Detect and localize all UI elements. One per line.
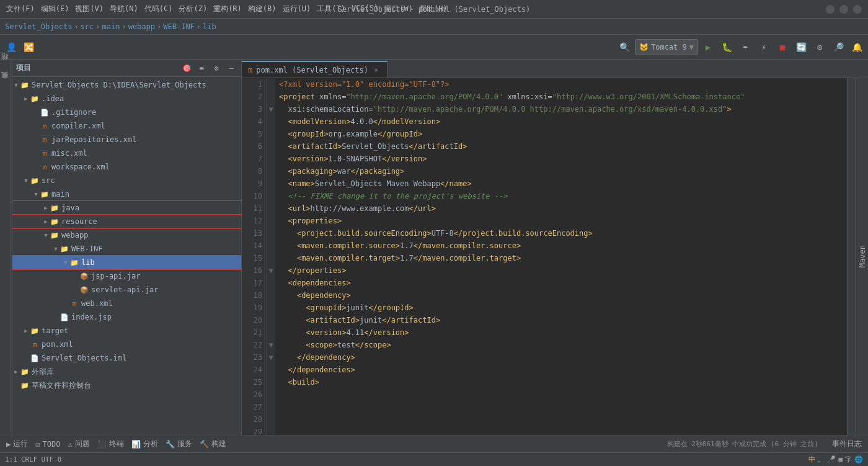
build-icon: 🔨 — [200, 440, 209, 449]
services-btn[interactable]: 🔧 服务 — [166, 439, 192, 449]
tree-item-webxml[interactable]: m web.xml — [12, 297, 241, 310]
fold-indicator-3[interactable]: ▼ — [268, 105, 273, 114]
minimize-button[interactable]: ─ — [826, 5, 835, 14]
scroll-from-source-btn[interactable]: 🎯 — [180, 62, 193, 74]
tree-item-resource[interactable]: ▶ 📁 resource — [12, 215, 241, 228]
maven-panel[interactable]: Maven — [856, 78, 868, 435]
tree-icon-lib: 📁 — [69, 258, 79, 267]
tree-item-gitignore[interactable]: 📄 .gitignore — [12, 105, 241, 119]
menu-view[interactable]: 视图(V) — [75, 4, 104, 14]
tree-item-lib[interactable]: ▼ 📁 lib — [12, 256, 241, 269]
menu-navigate[interactable]: 导航(N) — [110, 4, 138, 14]
tree-label-main: main — [51, 190, 69, 199]
tree-label-target: target — [42, 326, 68, 335]
tree-icon-iml: 📄 — [30, 353, 40, 363]
profile-run-btn[interactable]: ⚡ — [755, 38, 773, 56]
fold-indicator-23[interactable]: ▼ — [268, 353, 273, 362]
tree-item-idea[interactable]: ▶ 📁 .idea — [12, 92, 241, 105]
sys-tray: 中 。 🎤 ▦ 字 🌐 — [808, 455, 863, 464]
fold-indicator-16[interactable]: ▼ — [268, 266, 273, 275]
tree-arrow-main: ▼ — [32, 190, 40, 198]
tree-item-iml[interactable]: 📄 Servlet_Objects.iml — [12, 351, 241, 365]
tree-item-webinf[interactable]: ▼ 📁 WEB-INF — [12, 242, 241, 256]
maximize-button[interactable]: □ — [839, 5, 848, 14]
debug-btn[interactable]: 🐛 — [718, 38, 735, 56]
breadcrumb-item-4[interactable]: WEB-INF — [163, 22, 195, 31]
fold-indicator-22[interactable]: ▼ — [268, 341, 273, 349]
analysis-btn[interactable]: 📊 分析 — [131, 439, 158, 449]
tree-item-main[interactable]: ▼ 📁 main — [12, 187, 241, 201]
settings-btn[interactable]: ⚙ — [811, 38, 828, 56]
run-label: 运行 — [13, 439, 28, 449]
hide-btn[interactable]: — — [225, 62, 237, 74]
ime-indicator: 中 — [808, 455, 815, 464]
close-button[interactable]: ✕ — [853, 5, 862, 14]
breadcrumb-item-3[interactable]: webapp — [128, 22, 155, 31]
gear-btn[interactable]: ⚙ — [210, 62, 223, 74]
tree-arrow-compiler — [32, 122, 40, 130]
tab-close-btn[interactable]: ✕ — [372, 66, 381, 74]
collapse-btn[interactable]: ≡ — [195, 62, 208, 74]
tab-label: pom.xml (Servlet_Objects) — [256, 66, 368, 74]
todo-icon: ☑ — [35, 440, 40, 449]
tree-label-webxml: web.xml — [81, 299, 113, 308]
stop-btn[interactable]: ■ — [774, 38, 791, 56]
tree-arrow-workspace — [32, 163, 40, 171]
tree-item-scratch[interactable]: 📁 草稿文件和控制台 — [12, 379, 241, 392]
breadcrumb-item-0[interactable]: Servlet_Objects — [5, 22, 72, 31]
maven-label[interactable]: Maven — [858, 245, 867, 267]
todo-btn[interactable]: ☑ TODO — [35, 440, 60, 449]
menu-code[interactable]: 代码(C) — [144, 4, 173, 14]
status-charset[interactable]: UTF-8 — [41, 455, 61, 464]
tree-item-java[interactable]: ▶ 📁 java — [12, 201, 241, 215]
code-editor[interactable]: <?xml version="1.0" encoding="UTF-8"?><p… — [275, 78, 847, 435]
project-panel: 项目 🎯 ≡ ⚙ — ▼ 📁 Servlet_Objects D:\IDEA\S… — [12, 60, 242, 435]
status-position[interactable]: 1:1 — [5, 455, 17, 464]
notification-btn[interactable]: 🔔 — [848, 38, 866, 56]
tree-item-pomxml[interactable]: m pom.xml — [12, 338, 241, 351]
build-label: 构建 — [211, 439, 226, 449]
tree-arrow-misc — [32, 150, 40, 157]
tree-item-root[interactable]: ▼ 📁 Servlet_Objects D:\IDEA\Servlet_Obje… — [12, 78, 241, 92]
menu-analyze[interactable]: 分析(Z) — [179, 4, 207, 14]
search-btn[interactable]: 🔎 — [830, 38, 847, 56]
tree-label-pomxml: pom.xml — [42, 340, 73, 349]
status-crlf[interactable]: CRLF — [21, 455, 38, 464]
profile-btn[interactable]: 👤 — [2, 38, 20, 56]
menu-run[interactable]: 运行(U) — [283, 4, 311, 14]
line-numbers: 1234567891011121314151617181920212223242… — [242, 78, 267, 435]
tree-item-workspace[interactable]: m workspace.xml — [12, 160, 241, 174]
tree-item-jarrepo[interactable]: m jarRepositories.xml — [12, 133, 241, 146]
run-panel-btn[interactable]: ▶ 运行 — [6, 439, 28, 449]
problems-btn[interactable]: ⚠ 问题 — [68, 439, 89, 449]
menu-edit[interactable]: 编辑(E) — [41, 4, 69, 14]
tree-icon-jspapi: 📦 — [79, 271, 89, 281]
menu-build[interactable]: 构建(B) — [248, 4, 277, 14]
tree-item-src[interactable]: ▼ 📁 src — [12, 174, 241, 187]
tomcat-selector[interactable]: 🐱 Tomcat 9 ▼ — [635, 39, 698, 55]
tree-item-target[interactable]: ▶ 📁 target — [12, 324, 241, 338]
tree-item-compiler[interactable]: m compiler.xml — [12, 119, 241, 133]
editor-tab-pom[interactable]: m pom.xml (Servlet_Objects) ✕ — [242, 61, 388, 78]
breadcrumb-item-1[interactable]: src — [81, 22, 94, 31]
tree-item-misc[interactable]: m misc.xml — [12, 146, 241, 160]
terminal-btn[interactable]: ⬛ 终端 — [97, 439, 124, 449]
search-everywhere-btn[interactable]: 🔍 — [616, 38, 634, 56]
breadcrumb-item-2[interactable]: main — [102, 22, 120, 31]
coverage-btn[interactable]: ☂ — [737, 38, 754, 56]
git-btn[interactable]: 🔀 — [20, 38, 37, 56]
tree-item-webapp[interactable]: ▼ 📁 webapp — [12, 228, 241, 242]
tree-item-servletapi[interactable]: 📦 servlet-api.jar — [12, 283, 241, 297]
tree-arrow-jspapi — [72, 272, 79, 280]
menu-refactor[interactable]: 重构(R) — [213, 4, 242, 14]
tree-item-external[interactable]: ▶ 📁 外部库 — [12, 365, 241, 379]
breadcrumb-item-5[interactable]: lib — [203, 22, 216, 31]
run-btn[interactable]: ▶ — [699, 38, 717, 56]
build-btn[interactable]: 🔨 构建 — [200, 439, 226, 449]
tree-item-indexjsp[interactable]: 📄 index.jsp — [12, 310, 241, 324]
event-log-btn[interactable]: 事件日志 — [832, 439, 862, 449]
tree-item-jspapi[interactable]: 📦 jsp-api.jar — [12, 269, 241, 283]
menu-file[interactable]: 文件(F) — [6, 4, 35, 14]
tree-arrow-src: ▼ — [22, 177, 30, 184]
update-btn[interactable]: 🔄 — [792, 38, 810, 56]
